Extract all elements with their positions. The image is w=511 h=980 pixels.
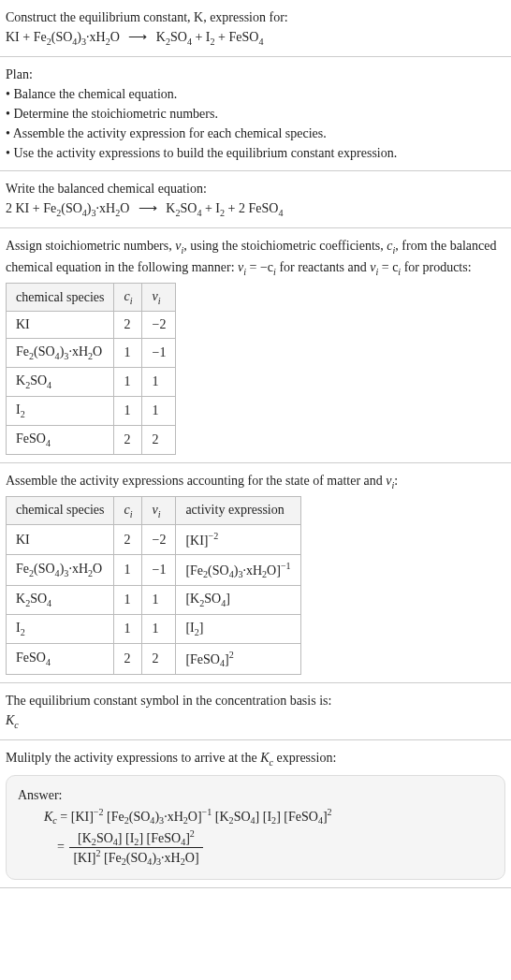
sub-i: i [130, 295, 133, 305]
term: [KI] [71, 810, 94, 824]
cell-c: 1 [114, 368, 142, 397]
exp: 2 [229, 650, 234, 660]
cell-c: 1 [114, 397, 142, 426]
ae: ] [226, 592, 230, 606]
construct-title: Construct the equilibrium constant, K, e… [6, 7, 505, 27]
term: [I [125, 830, 134, 844]
cell-species: KI [7, 312, 114, 339]
cell-v: −1 [142, 339, 176, 368]
exp: −1 [202, 807, 212, 817]
answer-box: Answer: Kc = [KI]−2 [Fe2(SO4)3·xH2O]−1 [… [6, 775, 505, 879]
col-ci: ci [114, 496, 142, 525]
table-row: FeSO4 2 2 [FeSO4]2 [7, 644, 301, 675]
cell-v: 2 [142, 644, 176, 675]
sub: 4 [47, 380, 51, 390]
table-header-row: chemical species ci νi [7, 283, 176, 312]
eq-part: O [110, 30, 120, 44]
term: ] [118, 830, 125, 844]
cell-c: 1 [114, 554, 142, 585]
col-species: chemical species [7, 283, 114, 312]
text: = c [378, 260, 398, 274]
numerator: [K2SO4] [I2] [FeSO4]2 [69, 828, 202, 848]
term: ] [139, 830, 146, 844]
cell-species: KI [7, 525, 114, 555]
sub: 4 [278, 208, 283, 218]
text: Assign stoichiometric numbers, [6, 239, 175, 253]
sp: (SO [34, 344, 55, 358]
sub-4c: 4 [258, 37, 263, 47]
cell-species: FeSO4 [7, 644, 114, 675]
text: expression: [273, 751, 336, 765]
equals: = [57, 810, 71, 824]
term: (SO [126, 851, 148, 865]
arrow-icon: ⟶ [139, 201, 157, 215]
term: [K [215, 810, 229, 824]
eq-part: ·xH [96, 201, 116, 215]
cell-c: 2 [114, 644, 142, 675]
answer-line-2: = [K2SO4] [I2] [FeSO4]2 [KI]2 [Fe2(SO4)3… [44, 828, 493, 868]
cell-activity: [K2SO4] [176, 586, 300, 615]
sub: 4 [46, 438, 51, 448]
ae: ·xH [242, 563, 262, 578]
term: (SO [129, 810, 151, 824]
ae: [I [185, 621, 194, 635]
ae: [KI] [185, 534, 208, 548]
section-plan: Plan: • Balance the chemical equation. •… [0, 57, 511, 171]
term: ] [276, 810, 281, 824]
table-row: KI 2 −2 [7, 312, 176, 339]
table-row: FeSO4 2 2 [7, 425, 176, 454]
ae: (SO [208, 563, 229, 578]
table-row: Fe2(SO4)3·xH2O 1 −1 [7, 339, 176, 368]
section-balanced: Write the balanced chemical equation: 2 … [0, 171, 511, 228]
ae: [Fe [185, 563, 203, 578]
exp: −2 [94, 807, 104, 817]
K: K [260, 751, 269, 765]
sub-i: i [130, 508, 133, 519]
denominator: [KI]2 [Fe2(SO4)3·xH2O] [69, 848, 202, 867]
cell-v: −2 [142, 525, 176, 555]
table-row: K2SO4 1 1 [7, 368, 176, 397]
sp: FeSO [16, 431, 46, 446]
sub-c: c [14, 720, 18, 730]
eq-part: ·xH [86, 30, 106, 44]
cell-v: 1 [142, 615, 176, 644]
col-nui: νi [142, 283, 176, 312]
sp: KI [16, 317, 30, 331]
term: [Fe [107, 810, 124, 824]
title-text: Construct the equilibrium constant, K, e… [6, 10, 288, 24]
stoich-table: chemical species ci νi KI 2 −2 Fe2(SO4)3… [6, 283, 176, 455]
symbol-text: The equilibrium constant symbol in the c… [6, 691, 505, 710]
cell-species: I2 [7, 397, 114, 426]
sp: Fe [16, 562, 29, 576]
cell-activity: [I2] [176, 615, 300, 644]
col-nui: νi [142, 496, 176, 525]
table-row: KI 2 −2 [KI]−2 [7, 525, 301, 555]
table-row: I2 1 1 [I2] [7, 615, 301, 644]
sub: 4 [47, 598, 51, 608]
eq-part: SO [170, 30, 187, 44]
term: ·xH [164, 810, 183, 824]
text: , using the stoichiometric coefficients, [183, 239, 387, 253]
sp: FeSO [16, 651, 46, 665]
section-activity: Assemble the activity expressions accoun… [0, 463, 511, 684]
sub-i: i [158, 508, 161, 519]
text: = −c [246, 260, 273, 274]
eq-part: K [156, 30, 166, 44]
cell-v: 2 [142, 425, 176, 454]
plan-title: Plan: [6, 65, 505, 84]
sub-i: i [158, 295, 161, 305]
cell-c: 1 [114, 339, 142, 368]
table-row: I2 1 1 [7, 397, 176, 426]
plan-bullet: • Use the activity expressions to build … [6, 143, 505, 163]
col-activity: activity expression [176, 496, 300, 525]
cell-v: −2 [142, 312, 176, 339]
ae: ] [199, 621, 204, 635]
text: Assemble the activity expressions accoun… [6, 474, 386, 488]
plan-bullet: • Balance the chemical equation. [6, 84, 505, 104]
eq-part: + I [201, 201, 220, 215]
cell-species: Fe2(SO4)3·xH2O [7, 554, 114, 585]
cell-species: FeSO4 [7, 425, 114, 454]
sp: O [93, 562, 102, 576]
ae: O] [267, 563, 281, 578]
fraction: [K2SO4] [I2] [FeSO4]2 [KI]2 [Fe2(SO4)3·x… [69, 828, 202, 868]
